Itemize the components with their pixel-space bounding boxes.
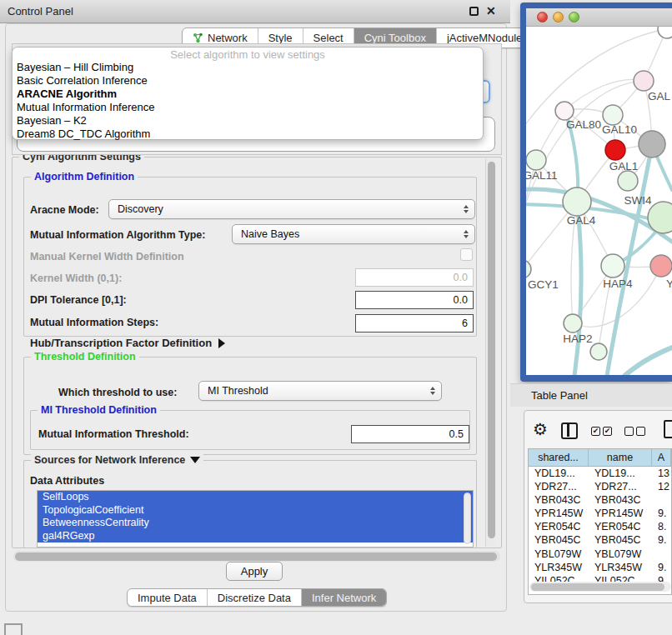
network-node[interactable] bbox=[639, 131, 665, 158]
sources-toggle[interactable]: Sources for Network Inference bbox=[31, 454, 203, 466]
deselect-all-checkbox-icon[interactable] bbox=[624, 427, 634, 436]
network-node[interactable] bbox=[564, 314, 582, 332]
dropdown-item[interactable]: ARACNE Algorithm bbox=[13, 88, 483, 101]
table-cell[interactable]: YBL079W bbox=[589, 548, 652, 561]
hub-definition-toggle[interactable]: Hub/Transcription Factor Definition bbox=[30, 337, 225, 349]
table-row[interactable]: YER054CYER054C8. bbox=[529, 520, 671, 533]
apply-button[interactable]: Apply bbox=[226, 562, 283, 581]
dropdown-item[interactable]: Basic Correlation Inference bbox=[13, 74, 483, 88]
minimized-panel-icon[interactable] bbox=[4, 623, 23, 635]
table-row[interactable]: YBR043CYBR043C bbox=[529, 493, 671, 507]
table-cell[interactable] bbox=[652, 548, 671, 561]
table-cell[interactable]: YBR045C bbox=[529, 533, 589, 547]
tab-impute-data[interactable]: Impute Data bbox=[128, 589, 208, 606]
table-cell[interactable]: YBR043C bbox=[589, 493, 652, 507]
network-node[interactable] bbox=[650, 255, 672, 277]
kernel-width-field[interactable]: 0.0 bbox=[355, 268, 474, 287]
table-cell[interactable]: YBL079W bbox=[529, 548, 589, 561]
table-horizontal-scrollbar[interactable] bbox=[529, 582, 671, 592]
table-cell[interactable]: YBR045C bbox=[589, 533, 652, 547]
gear-icon[interactable]: ⚙ bbox=[533, 419, 548, 439]
mi-steps-field[interactable]: 6 bbox=[355, 314, 474, 332]
table-cell[interactable]: 9. bbox=[652, 533, 671, 547]
table-cell[interactable]: YDL19... bbox=[529, 467, 589, 480]
network-node[interactable] bbox=[526, 150, 546, 170]
dropdown-item[interactable]: Dream8 DC_TDC Algorithm bbox=[13, 128, 483, 141]
manual-kernel-width-checkbox[interactable] bbox=[460, 248, 473, 261]
attribute-item[interactable]: SelfLoops bbox=[38, 491, 473, 504]
select-all-checkbox-icon[interactable]: ✔ bbox=[591, 427, 600, 436]
table-panel-title: Table Panel bbox=[510, 389, 588, 402]
columns-icon[interactable] bbox=[561, 422, 578, 439]
table-cell[interactable]: YPR145W bbox=[589, 507, 652, 520]
attribute-item[interactable]: TopologicalCoefficient bbox=[38, 504, 473, 518]
deselect-all-checkbox-icon[interactable] bbox=[636, 427, 645, 436]
table-cell[interactable]: YER054C bbox=[529, 520, 589, 533]
table-row[interactable]: YDL19...YDL19...13 bbox=[529, 467, 671, 480]
table-cell[interactable]: 13 bbox=[652, 467, 671, 480]
network-node[interactable] bbox=[555, 102, 574, 120]
table-cell[interactable]: 8. bbox=[652, 520, 671, 533]
table-row[interactable]: YPR145WYPR145W9. bbox=[529, 507, 671, 520]
column-header-name[interactable]: name bbox=[589, 449, 652, 466]
close-icon[interactable]: ✕ bbox=[486, 4, 496, 18]
table-cell[interactable] bbox=[652, 493, 671, 507]
tab-discretize-data[interactable]: Discretize Data bbox=[208, 589, 302, 606]
node-label: HAP4 bbox=[603, 278, 633, 290]
table-cell[interactable]: YDL19... bbox=[589, 467, 652, 480]
minimize-traffic-light[interactable] bbox=[553, 12, 564, 22]
settings-horizontal-scrollbar[interactable] bbox=[13, 551, 500, 562]
network-window-titlebar[interactable] bbox=[526, 8, 672, 27]
table-row[interactable]: YBL079WYBL079W bbox=[529, 548, 671, 561]
zoom-traffic-light[interactable] bbox=[569, 12, 579, 22]
table-cell[interactable]: 9. bbox=[652, 561, 671, 574]
dropdown-item[interactable]: Bayesian – Hill Climbing bbox=[13, 61, 483, 74]
table-row[interactable]: YLR345WYLR345W9. bbox=[529, 561, 671, 574]
close-traffic-light[interactable] bbox=[537, 12, 548, 22]
table-cell[interactable]: YLR345W bbox=[529, 561, 589, 574]
network-node[interactable] bbox=[590, 343, 607, 360]
network-node[interactable] bbox=[618, 171, 638, 191]
attribute-item[interactable]: gal4RGexp bbox=[38, 530, 473, 543]
float-window-icon[interactable] bbox=[469, 7, 479, 16]
network-node[interactable] bbox=[603, 105, 623, 125]
dropdown-placeholder: Select algorithm to view settings bbox=[13, 48, 483, 61]
table-cell[interactable]: YER054C bbox=[589, 520, 652, 533]
list-scrollbar-thumb[interactable] bbox=[464, 492, 471, 544]
table-cell[interactable]: YLR345W bbox=[589, 561, 652, 574]
settings-vertical-scrollbar[interactable] bbox=[485, 158, 496, 547]
attribute-item[interactable]: BetweennessCentrality bbox=[38, 517, 473, 530]
network-canvas[interactable]: GALGAL80GAL10GAL1GAL11GAL4SWI4GCY1HAP4YH… bbox=[526, 27, 672, 375]
table-row[interactable]: YDR27...YDR27...12 bbox=[529, 480, 671, 493]
which-threshold-combobox[interactable]: MI Threshold bbox=[198, 381, 442, 401]
dpi-tolerance-field[interactable]: 0.0 bbox=[355, 291, 474, 309]
network-node[interactable] bbox=[526, 260, 531, 278]
table-cell[interactable]: 9. bbox=[652, 507, 671, 520]
export-table-icon[interactable] bbox=[664, 420, 672, 438]
node-table[interactable]: shared... name A YDL19...YDL19...13YDR27… bbox=[528, 448, 672, 595]
dropdown-item[interactable]: Mutual Information Inference bbox=[13, 101, 483, 114]
table-cell[interactable]: YPR145W bbox=[529, 507, 589, 520]
column-header-shared[interactable]: shared... bbox=[529, 449, 589, 466]
dropdown-item[interactable]: Bayesian – K2 bbox=[13, 114, 483, 128]
network-node[interactable] bbox=[634, 71, 654, 91]
tab-infer-network[interactable]: Infer Network bbox=[302, 589, 386, 606]
network-node[interactable] bbox=[658, 27, 672, 38]
select-all-checkbox-icon[interactable]: ✔ bbox=[603, 427, 612, 436]
table-row[interactable]: YBR045CYBR045C9. bbox=[529, 533, 671, 547]
table-cell[interactable]: YDR27... bbox=[589, 480, 652, 493]
network-node[interactable] bbox=[563, 188, 591, 216]
data-attributes-list[interactable]: SelfLoopsTopologicalCoefficientBetweenne… bbox=[37, 490, 474, 548]
network-node[interactable] bbox=[601, 254, 624, 278]
column-header-partial[interactable]: A bbox=[652, 449, 671, 466]
aracne-mode-combobox[interactable]: Discovery bbox=[108, 199, 475, 219]
scrollbar-thumb[interactable] bbox=[488, 162, 495, 538]
scrollbar-thumb[interactable] bbox=[15, 552, 497, 561]
table-cell[interactable]: YBR043C bbox=[529, 493, 589, 507]
scrollbar-thumb[interactable] bbox=[531, 583, 664, 591]
mi-threshold-field[interactable]: 0.5 bbox=[351, 425, 469, 443]
table-cell[interactable]: 12 bbox=[652, 480, 671, 493]
mi-algorithm-type-combobox[interactable]: Naive Bayes bbox=[232, 224, 475, 244]
table-cell[interactable]: YDR27... bbox=[529, 480, 589, 493]
network-node[interactable] bbox=[605, 140, 625, 160]
